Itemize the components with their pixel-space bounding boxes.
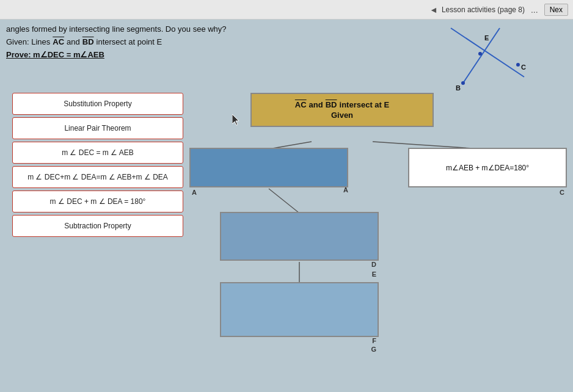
- bd-overline: BD: [326, 100, 337, 109]
- point-a-float: A: [343, 186, 348, 194]
- prove-line: Prove: m∠DEC = m∠AEB: [6, 50, 402, 59]
- line-bd: BD: [82, 37, 94, 46]
- blue-box-lower: D E: [220, 212, 379, 261]
- blue-box-lowest: F G: [220, 282, 379, 337]
- blue-box-left: A: [189, 148, 348, 187]
- intersect-text: intersect at point E: [97, 37, 162, 46]
- svg-text:E: E: [484, 34, 489, 42]
- svg-line-1: [463, 28, 500, 83]
- answer-card-6[interactable]: Subtraction Property: [12, 215, 183, 237]
- answer-card-4[interactable]: m ∠ DEC+m ∠ DEA=m ∠ AEB+m ∠ DEA: [12, 166, 183, 188]
- intro-line: angles formed by intersecting line segme…: [6, 24, 402, 34]
- main-content: angles formed by intersecting line segme…: [0, 20, 573, 392]
- point-g-label: G: [371, 346, 376, 353]
- next-button[interactable]: Nex: [544, 4, 568, 16]
- given-box-line1: AC and BD intersect at E: [258, 100, 426, 109]
- ac-overline: AC: [295, 100, 307, 109]
- answer-card-3[interactable]: m ∠ DEC = m ∠ AEB: [12, 142, 183, 164]
- and-label: and: [309, 100, 323, 109]
- point-e-label: E: [372, 270, 376, 278]
- point-f-label: F: [372, 337, 376, 344]
- point-a-label: A: [192, 189, 197, 196]
- answer-cards-panel: Substitution Property Linear Pair Theore…: [12, 93, 183, 237]
- back-arrow-icon[interactable]: ◄: [429, 5, 438, 15]
- top-bar: ◄ Lesson activities (page 8) ... Nex: [0, 0, 573, 20]
- line-ac: AC: [53, 37, 64, 46]
- svg-text:B: B: [456, 84, 461, 92]
- answer-card-2[interactable]: Linear Pair Theorem: [12, 117, 183, 139]
- answer-card-5[interactable]: m ∠ DEC + m ∠ DEA = 180°: [12, 191, 183, 212]
- answer-card-1[interactable]: Substitution Property: [12, 93, 183, 115]
- svg-text:C: C: [521, 64, 526, 71]
- given-label: Given: [258, 111, 426, 120]
- point-d-label: D: [371, 261, 376, 268]
- lesson-navigation: ◄ Lesson activities (page 8) ... Nex: [429, 4, 568, 16]
- given-keyword: Given: Lines: [6, 37, 50, 46]
- diagram-svg: E B C: [414, 22, 549, 101]
- geometric-diagram: E B C: [414, 22, 549, 101]
- right-box-text: m∠AEB + m∠DEA=180°: [446, 164, 529, 172]
- lesson-activities-label: Lesson activities (page 8): [442, 5, 525, 14]
- svg-point-3: [461, 81, 465, 85]
- flow-diagram: AC and BD intersect at E Given A A B m∠A…: [189, 93, 567, 386]
- svg-line-10: [269, 189, 299, 213]
- given-box: AC and BD intersect at E Given: [250, 93, 434, 127]
- ellipsis-button[interactable]: ...: [528, 4, 541, 16]
- right-white-box: m∠AEB + m∠DEA=180° C: [408, 148, 567, 187]
- svg-point-4: [516, 63, 520, 67]
- svg-point-2: [478, 52, 482, 56]
- given-text-area: angles formed by intersecting line segme…: [6, 24, 402, 63]
- and-text: and: [67, 37, 80, 46]
- intersect-at-e: intersect at E: [340, 100, 390, 109]
- point-c-label: C: [560, 189, 564, 196]
- given-title: Given: Lines AC and BD intersect at poin…: [6, 37, 402, 46]
